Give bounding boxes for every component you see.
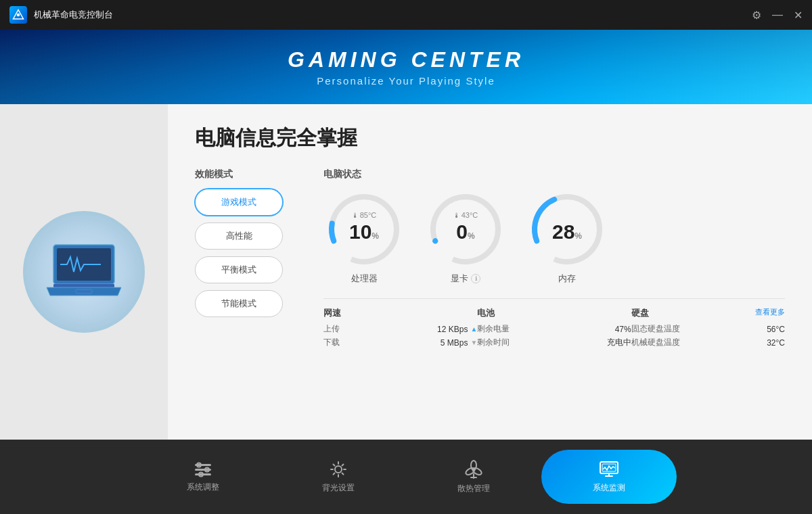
battery-title: 电池 — [477, 307, 631, 319]
banner-content: GAMING CENTER Personalize Your Playing S… — [288, 47, 524, 87]
upload-value: 12 KBps ▲ — [437, 323, 477, 335]
app-title: 机械革命电竞控制台 — [34, 9, 745, 21]
download-label: 下载 — [323, 337, 340, 348]
svg-line-26 — [334, 473, 335, 474]
ram-value: 28% — [552, 222, 582, 242]
cpu-label: 处理器 — [351, 273, 378, 285]
nav-system-adjust-label: 系统调整 — [187, 482, 219, 493]
ssd-label: 固态硬盘温度 — [631, 323, 680, 335]
ram-label: 内存 — [558, 273, 576, 285]
section-title: 电脑信息完全掌握 — [195, 124, 785, 152]
battery-time-label: 剩余时间 — [477, 337, 510, 348]
ram-gauge: – 28% 内存 — [526, 189, 608, 285]
perf-buttons: 游戏模式 高性能 平衡模式 节能模式 — [195, 189, 296, 317]
perf-label: 效能模式 — [195, 168, 296, 181]
perf-mode-balance[interactable]: 平衡模式 — [195, 256, 283, 283]
svg-rect-5 — [76, 289, 92, 294]
cpu-temp: 🌡 85°C — [349, 211, 379, 219]
perf-mode-high[interactable]: 高性能 — [195, 223, 283, 250]
upload-row: 上传 12 KBps ▲ — [323, 323, 477, 335]
download-row: 下载 5 MBps ▼ — [323, 337, 477, 348]
gpu-gauge-inner: 🌡 43°C 0% — [453, 211, 478, 242]
nav-system-adjust[interactable]: 系统调整 — [135, 450, 271, 504]
upload-arrow: ▲ — [470, 325, 477, 333]
content-panel: 电脑信息完全掌握 效能模式 游戏模式 高性能 平衡模式 节能模式 电脑状态 — [168, 104, 812, 440]
nav-backlight-label: 背光设置 — [322, 482, 355, 494]
nav-monitor[interactable]: 系统监测 — [541, 450, 677, 504]
svg-line-23 — [334, 464, 335, 465]
hdd-row: 机械硬盘温度 32°C — [631, 337, 785, 348]
network-col: 网速 上传 12 KBps ▲ 下载 5 MBps — [323, 307, 477, 350]
perf-mode-save[interactable]: 节能模式 — [195, 290, 283, 317]
perf-mode-game[interactable]: 游戏模式 — [195, 189, 283, 216]
gpu-label: 显卡 ℹ — [451, 273, 480, 285]
battery-remaining-row: 剩余电量 47% — [477, 323, 631, 335]
svg-point-1 — [17, 14, 20, 17]
ssd-row: 固态硬盘温度 56°C — [631, 323, 785, 335]
hdd-value: 32°C — [767, 337, 785, 348]
svg-rect-4 — [53, 284, 114, 287]
nav-backlight[interactable]: 背光设置 — [271, 450, 406, 504]
cpu-gauge-inner: 🌡 85°C 10% — [349, 211, 379, 242]
gpu-gauge-container: 🌡 43°C 0% — [425, 189, 506, 270]
nav-cooling[interactable]: 散热管理 — [406, 450, 541, 504]
svg-line-24 — [342, 473, 344, 474]
sidebar — [0, 104, 168, 440]
battery-remaining-label: 剩余电量 — [477, 323, 510, 335]
titlebar: 机械革命电竞控制台 ⚙ — ✕ — [0, 0, 812, 30]
nav-monitor-label: 系统监测 — [593, 482, 625, 494]
download-arrow: ▼ — [470, 339, 477, 346]
battery-remaining-value: 47% — [615, 323, 631, 335]
disk-col: 硬盘 查看更多 固态硬盘温度 56°C 机械硬盘温度 32°C — [631, 307, 785, 350]
settings-button[interactable]: ⚙ — [752, 9, 761, 22]
fan-icon — [465, 460, 482, 479]
battery-col: 电池 剩余电量 47% 剩余时间 充电中 — [477, 307, 631, 350]
laptop-illustration — [23, 211, 145, 333]
light-icon — [330, 461, 347, 478]
settings-icon — [193, 461, 213, 477]
gauges-row: 🌡 85°C 10% 处理器 — [323, 189, 785, 285]
svg-point-18 — [335, 466, 342, 473]
network-title: 网速 — [323, 307, 477, 319]
main-area: 电脑信息完全掌握 效能模式 游戏模式 高性能 平衡模式 节能模式 电脑状态 — [0, 104, 812, 440]
info-grid: 效能模式 游戏模式 高性能 平衡模式 节能模式 电脑状态 — [195, 168, 785, 350]
monitor-icon — [599, 461, 619, 478]
svg-point-30 — [472, 467, 476, 471]
banner-brand: GAMING CENTER — [288, 47, 524, 72]
gpu-info-icon[interactable]: ℹ — [471, 274, 480, 283]
window-controls: ⚙ — ✕ — [752, 9, 803, 22]
nav-cooling-label: 散热管理 — [457, 483, 490, 494]
disk-more-link[interactable]: 查看更多 — [755, 307, 785, 317]
disk-title: 硬盘 查看更多 — [631, 307, 785, 319]
header-banner: GAMING CENTER Personalize Your Playing S… — [0, 30, 812, 104]
close-button[interactable]: ✕ — [794, 9, 803, 22]
gpu-temp: 🌡 43°C — [453, 211, 478, 219]
cpu-value: 10% — [349, 222, 379, 242]
bottom-nav: 系统调整 背光设置 散热管理 — [0, 440, 812, 514]
svg-line-25 — [342, 464, 344, 465]
upload-label: 上传 — [323, 323, 340, 335]
status-label: 电脑状态 — [323, 168, 785, 181]
gpu-value: 0% — [453, 222, 478, 242]
gpu-gauge: 🌡 43°C 0% 显卡 ℹ — [425, 189, 506, 285]
cpu-gauge: 🌡 85°C 10% 处理器 — [323, 189, 405, 285]
hdd-label: 机械硬盘温度 — [631, 337, 680, 348]
cpu-gauge-container: 🌡 85°C 10% — [323, 189, 405, 270]
info-row: 网速 上传 12 KBps ▲ 下载 5 MBps — [323, 298, 785, 350]
ram-gauge-container: – 28% — [526, 189, 608, 270]
download-value: 5 MBps ▼ — [441, 337, 478, 348]
app-logo — [9, 6, 27, 24]
minimize-button[interactable]: — — [772, 9, 783, 21]
ram-gauge-inner: – 28% — [552, 211, 582, 242]
ssd-value: 56°C — [767, 323, 785, 335]
battery-time-row: 剩余时间 充电中 — [477, 337, 631, 348]
performance-section: 效能模式 游戏模式 高性能 平衡模式 节能模式 — [195, 168, 296, 350]
status-section: 电脑状态 � — [323, 168, 785, 350]
banner-subtitle: Personalize Your Playing Style — [317, 75, 495, 87]
battery-time-value: 充电中 — [607, 337, 631, 348]
